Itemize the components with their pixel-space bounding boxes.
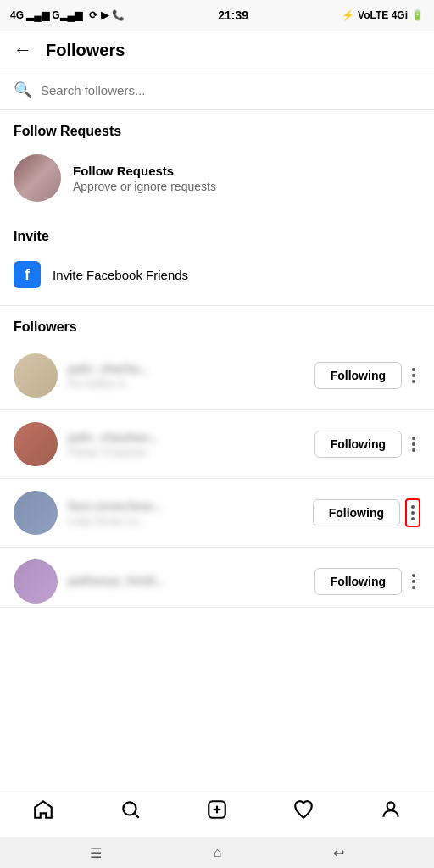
following-button[interactable]: Following (314, 568, 402, 595)
follower-name: pahr_chauhan... (68, 431, 314, 444)
avatar (14, 353, 58, 398)
followers-section-label: Followers (0, 306, 434, 342)
bottom-nav (0, 787, 434, 837)
more-options-button-highlighted[interactable] (405, 498, 420, 527)
svg-point-5 (387, 802, 394, 810)
menu-button[interactable]: ☰ (90, 845, 102, 861)
follower-info: pahr_sharha... Pa Gafha S.. (68, 362, 314, 390)
follower-info: face.snow.bear... Lady Snow La... (68, 499, 313, 527)
signal-text: 4G ▂▄▆ G▂▄▆ (10, 9, 82, 21)
follower-row: pahr_sharha... Pa Gafha S.. Following (0, 342, 434, 410)
follower-info: pahr_chauhan... Pahan Chauhan (68, 431, 314, 459)
back-button[interactable]: ← (14, 39, 32, 61)
follower-subname: Lady Snow La... (68, 515, 313, 527)
follow-requests-subtitle: Approve or ignore requests (73, 180, 216, 193)
status-right: ⚡ VoLTE 4Gi 🔋 (342, 9, 424, 21)
nav-search[interactable] (86, 787, 173, 837)
follower-name: face.snow.bear... (68, 499, 313, 513)
youtube-icon: ▶ (101, 9, 108, 21)
follower-row: pahr_chauhan... Pahan Chauhan Following (0, 410, 434, 479)
nav-add[interactable] (174, 787, 260, 837)
invite-section-label: Invite (0, 215, 434, 251)
nav-home[interactable] (0, 787, 86, 837)
add-icon (206, 798, 228, 826)
more-options-button[interactable] (407, 430, 420, 459)
follow-requests-text: Follow Requests Approve or ignore reques… (73, 164, 216, 193)
network-text: VoLTE 4Gi (358, 9, 408, 21)
follower-subname: Pa Gafha S.. (68, 377, 314, 390)
battery-icon: 🔋 (411, 9, 424, 21)
follower-name: pathanya_hindi... (68, 574, 314, 587)
following-button[interactable]: Following (314, 362, 402, 389)
status-left: 4G ▂▄▆ G▂▄▆ ⟳ ▶ 📞 (10, 9, 125, 21)
home-icon (32, 798, 54, 826)
profile-icon (380, 798, 402, 826)
follow-requests-section-label: Follow Requests (0, 110, 434, 146)
follower-info: pathanya_hindi... (68, 574, 314, 589)
follow-requests-title: Follow Requests (73, 164, 216, 178)
search-icon: 🔍 (14, 81, 32, 99)
main-content: 🔍 Follow Requests Follow Requests Approv… (0, 70, 434, 693)
follower-subname: Pahan Chauhan (68, 446, 314, 459)
follower-row: face.snow.bear... Lady Snow La... Follow… (0, 479, 434, 548)
more-options-button[interactable] (407, 361, 420, 390)
whatsapp-icon: 📞 (112, 9, 125, 21)
follow-requests-row[interactable]: Follow Requests Approve or ignore reques… (0, 146, 434, 215)
facebook-icon: f (14, 261, 41, 288)
page-title: Followers (46, 41, 125, 60)
follow-requests-avatar (14, 154, 61, 202)
avatar (14, 491, 58, 535)
system-bar: ☰ ⌂ ↩ (0, 837, 434, 868)
svg-line-1 (134, 814, 138, 818)
heart-icon (292, 798, 314, 826)
rotate-icon: ⟳ (89, 9, 97, 21)
following-button[interactable]: Following (314, 431, 402, 458)
avatar (14, 559, 58, 604)
back-system-button[interactable]: ↩ (333, 845, 344, 861)
avatar (14, 422, 58, 466)
invite-text: Invite Facebook Friends (53, 268, 188, 282)
nav-profile[interactable] (348, 787, 434, 837)
search-container: 🔍 (0, 70, 434, 110)
search-nav-icon (120, 798, 142, 826)
status-time: 21:39 (218, 8, 248, 22)
header: ← Followers (0, 31, 434, 70)
search-input[interactable] (41, 83, 420, 97)
svg-point-0 (123, 802, 136, 815)
home-system-button[interactable]: ⌂ (214, 845, 222, 860)
more-options-button[interactable] (407, 567, 420, 596)
following-button[interactable]: Following (313, 499, 400, 526)
status-bar: 4G ▂▄▆ G▂▄▆ ⟳ ▶ 📞 21:39 ⚡ VoLTE 4Gi 🔋 (0, 0, 434, 31)
nav-activity[interactable] (260, 787, 347, 837)
bluetooth-icon: ⚡ (342, 9, 354, 21)
invite-facebook-row[interactable]: f Invite Facebook Friends (0, 251, 434, 306)
follower-name: pahr_sharha... (68, 362, 314, 376)
follower-row: pathanya_hindi... Following (0, 548, 434, 608)
